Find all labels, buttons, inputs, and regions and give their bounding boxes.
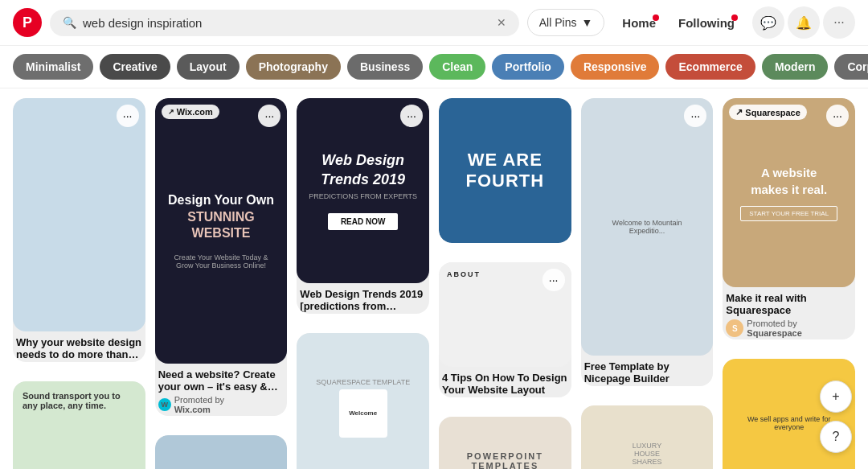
category-pill-creative[interactable]: Creative xyxy=(100,54,170,80)
category-pill-minimalist[interactable]: Minimalist xyxy=(13,54,93,80)
pin-card[interactable] xyxy=(155,435,288,469)
pin-col-1: ··· Why your website design needs to do … xyxy=(13,98,145,469)
pinterest-logo[interactable]: P xyxy=(13,8,42,37)
category-pill-layout[interactable]: Layout xyxy=(177,54,240,80)
help-button[interactable]: ? xyxy=(820,421,852,453)
category-pill-portfolio[interactable]: Portfolio xyxy=(492,54,564,80)
pin-info: Free Template by Nicepage Builder xyxy=(581,356,714,386)
category-pill-ecommerce[interactable]: Ecommerce xyxy=(665,54,755,80)
search-icon: 🔍 xyxy=(63,16,76,29)
pin-card[interactable]: POWERPOINTTEMPLATES xyxy=(439,417,571,469)
pin-info: Web Design Trends 2019 [predictions from… xyxy=(297,283,429,314)
pin-external-link[interactable]: ↗ Squarespace xyxy=(729,105,806,120)
pin-options-button[interactable]: ··· xyxy=(400,105,423,127)
pin-promoted-by: Promoted by xyxy=(174,395,224,405)
nav-links: Home Following xyxy=(612,10,744,36)
pin-external-link[interactable]: ↗ Wix.com xyxy=(162,105,219,119)
filter-label: All Pins xyxy=(539,16,577,29)
pin-card[interactable]: Welcome to MountainExpeditio... ··· Free… xyxy=(581,98,714,386)
pin-card[interactable]: Design Your OwnSTUNNINGWEBSITE Create Yo… xyxy=(155,98,288,416)
chevron-down-icon: ▼ xyxy=(581,16,592,29)
notifications-button[interactable]: 🔔 xyxy=(788,6,820,39)
pin-options-button[interactable]: ··· xyxy=(826,105,849,127)
category-pill-modern[interactable]: Modern xyxy=(762,54,829,80)
pin-col-5: Welcome to MountainExpeditio... ··· Free… xyxy=(581,98,714,469)
pin-card[interactable]: Sound transport you to any place, any ti… xyxy=(13,381,145,469)
pin-card[interactable]: A websitemakes it real. START YOUR FREE … xyxy=(723,98,855,339)
pin-card[interactable]: WE AREFOURTH xyxy=(439,98,571,243)
pin-options-button[interactable]: ··· xyxy=(542,269,565,291)
pin-promoted-name: Wix.com xyxy=(174,405,224,414)
category-pill-responsive[interactable]: Responsive xyxy=(571,54,660,80)
category-pill-clean[interactable]: Clean xyxy=(429,54,485,80)
pin-card[interactable]: Web DesignTrends 2019 PREDICTIONS FROM E… xyxy=(297,98,429,314)
pin-title: 4 Tips On How To Design Your Website Lay… xyxy=(442,372,568,396)
pin-grid: ··· Why your website design needs to do … xyxy=(0,88,868,469)
pin-title: Web Design Trends 2019 [predictions from… xyxy=(300,288,426,312)
home-notification-dot xyxy=(653,14,659,21)
pin-info: Need a website? Create your own – it's e… xyxy=(155,364,288,416)
pin-title: Why your website design needs to do more… xyxy=(16,336,142,360)
category-pill-business[interactable]: Business xyxy=(347,54,423,80)
more-options-button[interactable]: ··· xyxy=(823,6,855,39)
pin-col-2: Design Your OwnSTUNNINGWEBSITE Create Yo… xyxy=(155,98,288,469)
header: P 🔍 ✕ All Pins ▼ Home Following 💬 🔔 ··· xyxy=(0,0,868,46)
ext-link-label: Squarespace xyxy=(745,108,800,117)
search-input[interactable] xyxy=(83,16,490,30)
pin-promoted-by: Promoted by xyxy=(747,319,801,328)
nav-home[interactable]: Home xyxy=(612,10,665,36)
pin-col-4: WE AREFOURTH ABOUT ··· 4 Tips On How To … xyxy=(439,98,571,469)
pin-title: Make it real with Squarespace xyxy=(726,292,852,316)
search-bar: 🔍 ✕ xyxy=(50,10,519,36)
category-pill-corporate[interactable]: Corporate xyxy=(834,54,868,80)
nav-icons: 💬 🔔 ··· xyxy=(752,6,855,39)
following-notification-dot xyxy=(731,14,738,21)
category-pill-photography[interactable]: Photography xyxy=(246,54,341,80)
pin-card[interactable]: LUXURYHOUSESHARES xyxy=(581,405,714,469)
pin-card[interactable]: ABOUT ··· 4 Tips On How To Design Your W… xyxy=(439,262,571,397)
add-button[interactable]: + xyxy=(820,381,852,413)
filter-button[interactable]: All Pins ▼ xyxy=(527,9,605,36)
pin-info: Make it real with Squarespace S Promoted… xyxy=(723,287,855,339)
messages-button[interactable]: 💬 xyxy=(752,6,784,39)
pin-info: 4 Tips On How To Design Your Website Lay… xyxy=(439,367,571,397)
pin-title: Need a website? Create your own – it's e… xyxy=(158,368,285,393)
pin-source-avatar: W xyxy=(158,398,171,411)
pin-source: S Promoted by Squarespace xyxy=(726,319,852,338)
pin-col-3: Web DesignTrends 2019 PREDICTIONS FROM E… xyxy=(297,98,429,469)
pin-promoted-name: Squarespace xyxy=(747,328,801,338)
pin-source-avatar: S xyxy=(726,319,743,337)
pin-top-left: ↗ Squarespace xyxy=(729,105,806,120)
pin-top-left: ↗ Wix.com xyxy=(162,105,219,119)
nav-following[interactable]: Following xyxy=(669,10,744,36)
ext-link-label: Wix.com xyxy=(177,107,213,117)
pin-card[interactable]: ··· Why your website design needs to do … xyxy=(13,98,145,362)
floating-action-buttons: + ? xyxy=(820,381,852,453)
pin-title: Free Template by Nicepage Builder xyxy=(584,360,710,385)
search-clear-icon[interactable]: ✕ xyxy=(497,16,506,29)
pin-source: W Promoted by Wix.com xyxy=(158,395,285,414)
pin-card[interactable]: SQUARESPACE TEMPLATE Welcome xyxy=(297,333,429,469)
categories-bar: MinimalistCreativeLayoutPhotographyBusin… xyxy=(0,46,868,88)
pin-options-button[interactable]: ··· xyxy=(117,105,139,127)
pin-info: Why your website design needs to do more… xyxy=(13,331,145,362)
